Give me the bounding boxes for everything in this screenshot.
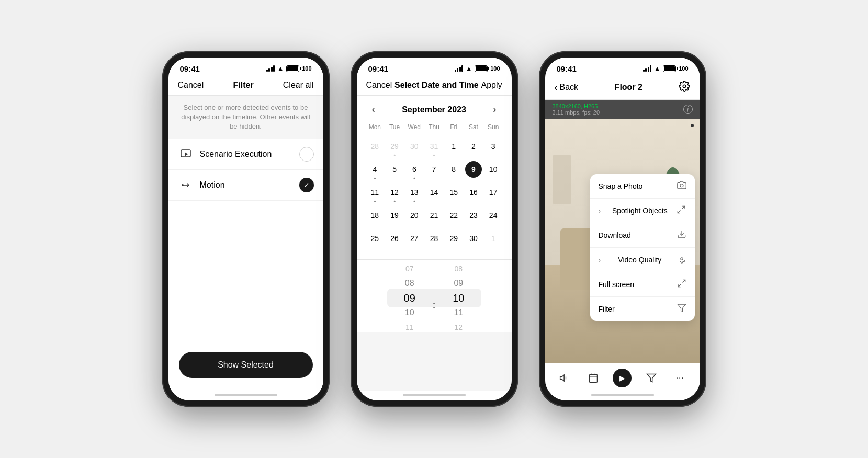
settings-button[interactable]: [679, 81, 690, 94]
time-colon: :: [431, 264, 438, 332]
apply-button[interactable]: Apply: [481, 81, 502, 90]
filter-item[interactable]: Filter: [590, 297, 695, 321]
cal-day[interactable]: 25: [365, 227, 385, 250]
cal-header-tue: Tue: [385, 121, 404, 133]
calendar-container: ‹ September 2023 › Mon Tue Wed Thu Fri S…: [357, 96, 512, 255]
svg-line-9: [682, 280, 685, 282]
next-month-button[interactable]: ›: [488, 104, 501, 115]
cal-day[interactable]: 26: [385, 227, 404, 250]
camera-info-bar: 3840x2160, H265 3.11 mbps, fps: 20 i: [545, 100, 700, 119]
camera-resolution: 3840x2160, H265: [553, 103, 600, 109]
back-label: Back: [560, 83, 579, 92]
status-bar-3: 09:41 ▲ 100: [545, 58, 700, 76]
cancel-button[interactable]: Cancel: [178, 81, 204, 90]
more-button[interactable]: ···: [671, 369, 690, 387]
cal-day[interactable]: 21: [424, 204, 444, 227]
cal-day[interactable]: 13●: [404, 181, 424, 204]
cal-day[interactable]: 11●: [365, 181, 385, 204]
cal-day[interactable]: 1: [483, 227, 503, 250]
motion-toggle[interactable]: ✓: [299, 178, 314, 192]
cal-day[interactable]: 30: [464, 227, 483, 250]
signal-icon-2: [455, 65, 464, 72]
snap-photo-item[interactable]: Snap a Photo: [590, 174, 695, 199]
time-row: 11: [437, 306, 479, 319]
fullscreen-icon: [677, 279, 686, 290]
play-button[interactable]: ▶: [613, 369, 632, 387]
cal-day[interactable]: 29●: [385, 135, 404, 158]
svg-marker-18: [647, 374, 656, 382]
info-button[interactable]: i: [683, 105, 693, 114]
svg-line-10: [678, 284, 681, 287]
signal-icon-1: [266, 65, 275, 72]
filter-nav-bar: Cancel Filter Clear all: [168, 76, 323, 96]
phone2: 09:41 ▲ 100 Cancel Select Date and Time …: [351, 51, 518, 407]
scenario-toggle[interactable]: [299, 147, 314, 162]
time-picker-content: 06 07 08 09 10 11 12 : 07 08 09 10 11 12…: [389, 264, 480, 332]
filter-item-scenario[interactable]: Scenario Execution: [168, 139, 323, 170]
cal-day[interactable]: 5: [385, 158, 404, 181]
cal-day[interactable]: 8: [444, 158, 464, 181]
time-row: 08: [389, 277, 431, 290]
cal-day[interactable]: 29: [444, 227, 464, 250]
cal-week-2: 4● 5 6● 7 8 9 10: [365, 158, 503, 181]
download-label: Download: [599, 231, 631, 239]
calendar-grid: Mon Tue Wed Thu Fri Sat Sun 28 29● 30 31…: [365, 121, 503, 250]
cal-day[interactable]: 7: [424, 158, 444, 181]
download-item[interactable]: Download: [590, 223, 695, 248]
cal-day[interactable]: 3: [483, 135, 503, 158]
calendar-cancel-button[interactable]: Cancel: [366, 81, 392, 90]
download-icon: [677, 230, 686, 241]
svg-point-8: [680, 258, 683, 260]
home-indicator-1: [215, 394, 277, 396]
cal-day-selected[interactable]: 9: [464, 158, 483, 181]
filter-item-motion[interactable]: Motion ✓: [168, 170, 323, 201]
cal-day[interactable]: 10: [483, 158, 503, 181]
status-time-1: 09:41: [180, 64, 200, 73]
svg-rect-14: [590, 374, 598, 382]
calendar-button[interactable]: [584, 369, 603, 387]
time-picker[interactable]: 06 07 08 09 10 11 12 : 07 08 09 10 11 12…: [357, 264, 512, 332]
snap-photo-label: Snap a Photo: [599, 182, 643, 190]
spotlight-item[interactable]: › Spotlight Objects: [590, 199, 695, 223]
back-button[interactable]: ‹ Back: [555, 82, 579, 93]
cal-day[interactable]: 31●: [424, 135, 444, 158]
camera-bitrate: 3.11 mbps, fps: 20: [553, 109, 600, 116]
hour-column[interactable]: 06 07 08 09 10 11 12: [389, 264, 431, 332]
wifi-icon-2: ▲: [466, 65, 472, 72]
video-quality-item[interactable]: › Video Quality: [590, 248, 695, 272]
wifi-icon-3: ▲: [654, 65, 660, 72]
cal-day[interactable]: 23: [464, 204, 483, 227]
cal-day[interactable]: 12●: [385, 181, 404, 204]
month-nav: ‹ September 2023 ›: [365, 101, 503, 121]
volume-button[interactable]: [555, 369, 574, 387]
filter-bottom-button[interactable]: [642, 369, 661, 387]
cal-day[interactable]: 18: [365, 204, 385, 227]
show-selected-button[interactable]: Show Selected: [179, 352, 313, 378]
cal-day[interactable]: 14: [424, 181, 444, 204]
cal-day[interactable]: 15: [444, 181, 464, 204]
cal-day[interactable]: 17: [483, 181, 503, 204]
cal-day[interactable]: 16: [464, 181, 483, 204]
cal-day[interactable]: 1: [444, 135, 464, 158]
cal-day[interactable]: 2: [464, 135, 483, 158]
cal-day[interactable]: 27: [404, 227, 424, 250]
svg-line-5: [682, 206, 685, 209]
clear-all-button[interactable]: Clear all: [283, 81, 314, 90]
cal-day[interactable]: 22: [444, 204, 464, 227]
minute-column[interactable]: 07 08 09 10 11 12 13: [437, 264, 479, 332]
cal-day[interactable]: 24: [483, 204, 503, 227]
cal-day[interactable]: 30: [404, 135, 424, 158]
cal-day[interactable]: 20: [404, 204, 424, 227]
cal-day[interactable]: 28: [365, 135, 385, 158]
cal-day[interactable]: 6●: [404, 158, 424, 181]
svg-marker-11: [678, 304, 685, 312]
cal-header-wed: Wed: [404, 121, 424, 133]
calendar-title: Select Date and Time: [394, 81, 479, 90]
cal-day[interactable]: 4●: [365, 158, 385, 181]
status-bar-2: 09:41 ▲ 100: [357, 58, 512, 76]
cal-day[interactable]: 19: [385, 204, 404, 227]
cal-day[interactable]: 28: [424, 227, 444, 250]
prev-month-button[interactable]: ‹: [367, 104, 380, 115]
spotlight-chevron-icon: ›: [599, 207, 601, 215]
fullscreen-item[interactable]: Full screen: [590, 272, 695, 297]
